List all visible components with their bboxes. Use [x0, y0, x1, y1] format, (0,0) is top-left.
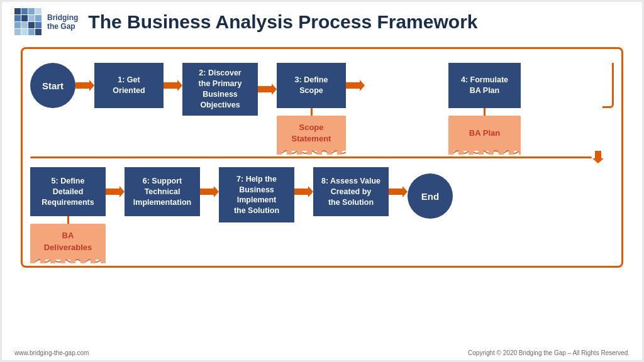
v-conn-4: [484, 108, 486, 116]
step3-box: 3: Define Scope: [277, 63, 346, 108]
svg-rect-7: [21, 22, 28, 28]
arrow-right-icon: [294, 185, 313, 198]
main-title: The Business Analysis Process Framework: [88, 11, 477, 33]
svg-marker-22: [200, 186, 219, 197]
svg-rect-12: [14, 29, 21, 35]
svg-marker-24: [389, 186, 408, 197]
ba-deliverables-box: BA Deliverables: [30, 224, 106, 259]
end-col: End: [408, 167, 453, 219]
step8-box: 8: Assess Value Created by the Solution: [313, 167, 389, 216]
step6-col: 6: Support Technical Implementation: [125, 167, 200, 216]
svg-marker-23: [294, 186, 313, 197]
step5-box: 5: Define Detailed Requirements: [30, 167, 106, 216]
svg-rect-9: [35, 8, 42, 14]
start-col: Start: [30, 57, 75, 108]
v-conn-5: [67, 216, 69, 224]
arrow-3: [258, 63, 277, 116]
arrow-right-icon: [200, 185, 219, 198]
svg-rect-11: [35, 22, 42, 28]
step4-box: 4: Formulate BA Plan: [448, 63, 521, 108]
wavy-icon: [30, 258, 106, 265]
arrow-right-icon: [346, 79, 365, 92]
website-text: www.bridging-the-gap.com: [14, 349, 89, 356]
wavy-icon: [277, 150, 346, 156]
header: Bridging the Gap The Business Analysis P…: [2, 2, 642, 41]
arrow-down-icon: [592, 151, 604, 163]
step2-box: 2: Discover the Primary Business Objecti…: [182, 63, 258, 116]
footer: www.bridging-the-gap.com Copyright © 202…: [2, 346, 642, 360]
svg-marker-18: [258, 84, 277, 95]
ba-plan-box: BA Plan: [448, 116, 521, 151]
svg-rect-5: [28, 15, 35, 21]
scope-statement-box: Scope Statement: [277, 116, 346, 151]
arrow-right-icon: [164, 79, 182, 92]
arrow-2: [164, 63, 182, 108]
arrow-4: [346, 63, 365, 108]
orange-frame: Start 1: Get Oriented: [21, 47, 623, 268]
arrow-8: [389, 167, 408, 216]
arrow-1: [75, 63, 94, 108]
svg-rect-0: [14, 8, 21, 14]
step6-box: 6: Support Technical Implementation: [125, 167, 200, 216]
end-node: End: [408, 173, 453, 219]
step4-col: 4: Formulate BA Plan BA Plan: [365, 63, 604, 151]
arrow-right-icon: [258, 83, 277, 96]
logo-icon: [14, 8, 42, 36]
arrow-right-icon: [106, 185, 125, 198]
step7-col: 7: Help the Business Implement the Solut…: [219, 167, 294, 222]
svg-marker-20: [592, 151, 604, 163]
v-conn-3: [311, 108, 313, 116]
svg-rect-15: [35, 29, 42, 35]
step2-col: 2: Discover the Primary Business Objecti…: [182, 63, 258, 116]
svg-rect-8: [28, 22, 35, 28]
start-node: Start: [30, 63, 75, 108]
logo-area: Bridging the Gap: [14, 8, 78, 36]
step5-col: 5: Define Detailed Requirements BA Deliv…: [30, 167, 106, 259]
svg-marker-19: [346, 80, 365, 91]
arrow-5: [106, 167, 125, 216]
step8-col: 8: Assess Value Created by the Solution: [313, 167, 389, 216]
svg-rect-4: [21, 15, 28, 21]
diagram-content: Start 1: Get Oriented: [2, 41, 642, 346]
logo-text: Bridging the Gap: [47, 13, 78, 31]
svg-rect-3: [14, 15, 21, 21]
arrow-7: [294, 167, 313, 216]
turn-corner: [604, 63, 614, 108]
arrow-right-icon: [389, 185, 408, 198]
svg-marker-17: [164, 80, 182, 91]
step1-box: 1: Get Oriented: [94, 63, 164, 108]
svg-rect-14: [28, 29, 35, 35]
step1-col: 1: Get Oriented: [94, 63, 164, 108]
svg-marker-21: [106, 186, 125, 197]
arrow-6: [200, 167, 219, 216]
arrow-right-icon: [75, 79, 94, 92]
svg-rect-2: [28, 8, 35, 14]
step7-box: 7: Help the Business Implement the Solut…: [219, 167, 294, 222]
svg-rect-10: [35, 15, 42, 21]
copyright-text: Copyright © 2020 Bridging the Gap – All …: [468, 349, 630, 356]
svg-rect-1: [21, 8, 28, 14]
svg-rect-6: [14, 22, 21, 28]
svg-marker-16: [75, 80, 94, 91]
svg-rect-13: [21, 29, 28, 35]
page-container: Bridging the Gap The Business Analysis P…: [0, 0, 644, 362]
wavy-icon: [448, 150, 521, 156]
step3-col: 3: Define Scope Scope Statement: [277, 63, 346, 151]
